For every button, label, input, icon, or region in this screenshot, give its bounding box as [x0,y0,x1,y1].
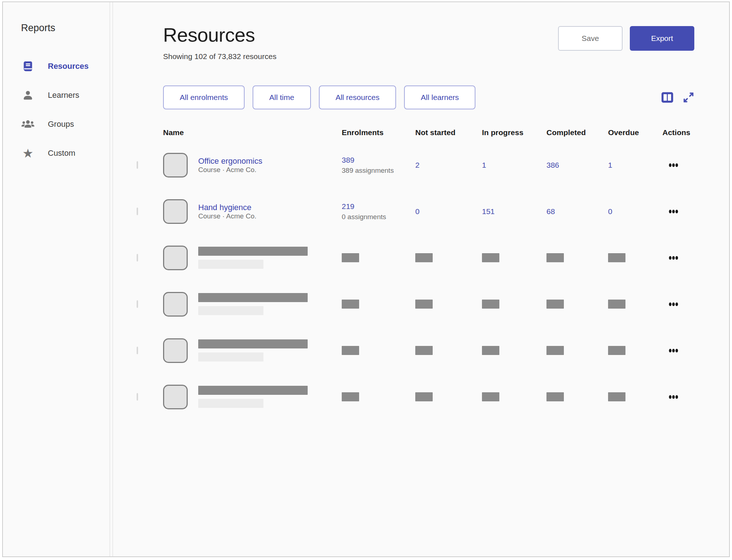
person-icon [21,90,35,101]
in-progress-value[interactable]: 151 [482,207,495,216]
in-progress-value[interactable]: 1 [482,161,486,169]
filter-bar: All enrolments All time All resources Al… [163,85,694,109]
row-actions-menu-icon[interactable] [669,163,678,167]
row-actions-menu-icon[interactable] [669,302,678,306]
row-checkbox[interactable] [137,161,138,169]
resource-meta: Course · Acme Co. [198,212,257,220]
skeleton-bar-enrolments [342,253,359,262]
column-header-in-progress: In progress [482,128,546,137]
sidebar-item-resources[interactable]: Resources [21,52,109,81]
resources-table: Name Enrolments Not started In progress … [137,128,694,420]
skeleton-bar-not-started [415,300,433,309]
row-actions-menu-icon[interactable] [669,256,678,260]
page-title: Resources [163,23,276,47]
skeleton-bar-title [198,386,308,395]
row-checkbox[interactable] [137,347,138,354]
sidebar-item-label: Custom [48,149,75,158]
filter-learners[interactable]: All learners [404,85,475,109]
skeleton-bar-not-started [415,392,433,401]
completed-value[interactable]: 68 [546,207,555,216]
not-started-value[interactable]: 0 [415,207,420,216]
column-header-not-started: Not started [415,128,482,137]
skeleton-bar-not-started [415,253,433,262]
skeleton-bar-in-progress [482,253,499,262]
resource-thumbnail [163,246,188,270]
name-cell-skeleton [163,292,342,317]
column-header-name: Name [163,128,342,137]
skeleton-bar-title [198,293,308,302]
skeleton-bar-in-progress [482,392,499,401]
sidebar-nav: Resources Learners [21,52,109,168]
skeleton-bar-title [198,247,308,256]
skeleton-bar-completed [546,346,564,355]
skeleton-bar-overdue [608,346,625,355]
export-button[interactable]: Export [630,26,694,51]
enrolments-cell: 389 389 assignments [342,156,415,175]
sidebar-item-custom[interactable]: ★ Custom [21,139,109,168]
people-icon [21,119,35,130]
columns-icon[interactable] [661,92,673,103]
view-controls [661,92,694,103]
skeleton-bar-completed [546,392,564,401]
not-started-value[interactable]: 2 [415,161,420,169]
table-row-skeleton [137,235,694,281]
row-checkbox[interactable] [137,208,138,215]
skeleton-bar-enrolments [342,346,359,355]
resource-thumbnail [163,199,188,224]
resource-thumbnail [163,292,188,317]
resource-thumbnail [163,385,188,409]
app-window: Reports Resources [2,1,730,557]
skeleton-bar-overdue [608,392,625,401]
row-actions-menu-icon[interactable] [669,210,678,213]
row-actions-menu-icon[interactable] [669,349,678,352]
skeleton-bar-enrolments [342,392,359,401]
star-icon: ★ [21,147,35,159]
row-checkbox[interactable] [137,393,138,401]
assignments-value: 389 assignments [342,167,415,175]
overdue-value[interactable]: 1 [608,161,612,169]
name-cell: Hand hygience Course · Acme Co. [163,199,342,224]
expand-icon[interactable] [683,92,694,103]
row-actions-menu-icon[interactable] [669,395,678,399]
sidebar-item-label: Resources [48,62,89,71]
skeleton-bar-completed [546,253,564,262]
table-row: Hand hygience Course · Acme Co. 219 0 as… [137,188,694,235]
skeleton-bar-in-progress [482,346,499,355]
save-button[interactable]: Save [558,26,623,51]
header-spacer [137,128,163,137]
header-buttons: Save Export [558,26,694,51]
column-header-actions: Actions [662,128,694,137]
skeleton-bar-overdue [608,300,625,309]
sidebar-title: Reports [21,22,109,34]
column-header-enrolments: Enrolments [342,128,415,137]
results-count: Showing 102 of 73,832 resources [163,52,276,61]
row-checkbox[interactable] [137,300,138,308]
sidebar-item-label: Groups [48,120,74,129]
filter-time[interactable]: All time [253,85,311,109]
completed-value[interactable]: 386 [546,161,559,169]
resource-name-link[interactable]: Hand hygience [198,203,257,212]
overdue-value[interactable]: 0 [608,207,612,216]
row-checkbox[interactable] [137,254,138,262]
sidebar-item-groups[interactable]: Groups [21,110,109,139]
column-header-completed: Completed [546,128,608,137]
table-row: Office ergonomics Course · Acme Co. 389 … [137,142,694,188]
table-row-skeleton [137,327,694,374]
name-cell-skeleton [163,246,342,270]
filter-enrolments[interactable]: All enrolments [163,85,245,109]
sidebar-item-learners[interactable]: Learners [21,81,109,110]
table-header: Name Enrolments Not started In progress … [137,128,694,142]
enrolments-value[interactable]: 389 [342,156,415,164]
name-cell-skeleton [163,338,342,363]
sidebar: Reports Resources [3,2,110,556]
title-wrap: Resources Showing 102 of 73,832 resource… [163,23,276,61]
enrolments-value[interactable]: 219 [342,202,415,211]
resource-name-link[interactable]: Office ergonomics [198,156,262,166]
filter-resources[interactable]: All resources [319,85,396,109]
column-header-overdue: Overdue [608,128,662,137]
skeleton-bar-meta [198,306,263,315]
skeleton-bar-meta [198,352,263,362]
skeleton-bar-title [198,339,308,348]
table-row-skeleton [137,374,694,420]
table-row-skeleton [137,281,694,327]
